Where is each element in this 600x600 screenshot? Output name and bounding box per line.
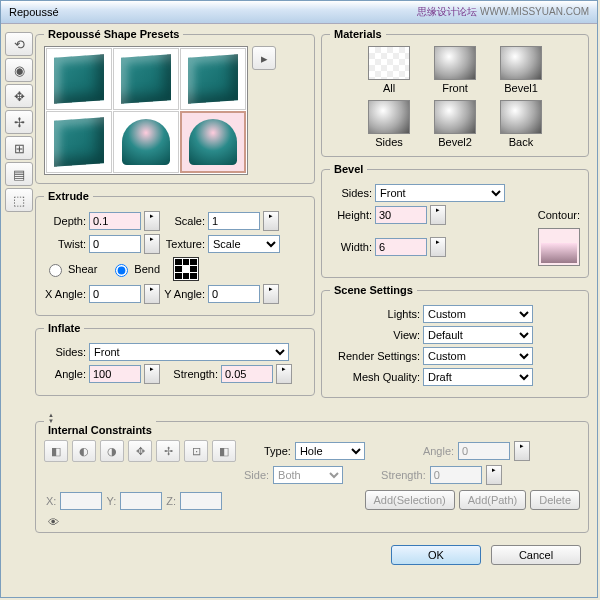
- bevel-sides-select[interactable]: Front: [375, 184, 505, 202]
- ic-tool-4[interactable]: ✥: [128, 440, 152, 462]
- depth-spinner[interactable]: ▸: [144, 211, 160, 231]
- bevel-height-spinner[interactable]: ▸: [430, 205, 446, 225]
- preset-6[interactable]: [180, 111, 246, 173]
- ic-tool-6[interactable]: ⊡: [184, 440, 208, 462]
- ic-tool-5[interactable]: ✢: [156, 440, 180, 462]
- ic-tool-3[interactable]: ◑: [100, 440, 124, 462]
- origin-grid-icon[interactable]: [173, 257, 199, 281]
- inflate-angle-spinner[interactable]: ▸: [144, 364, 160, 384]
- preset-4[interactable]: [46, 111, 112, 173]
- yangle-input[interactable]: [208, 285, 260, 303]
- ic-z: [180, 492, 222, 510]
- scale-spinner[interactable]: ▸: [263, 211, 279, 231]
- bend-radio[interactable]: Bend: [110, 261, 160, 277]
- scene-settings-group: Scene Settings Lights:Custom View:Defaul…: [321, 284, 589, 398]
- bevel-width-spinner[interactable]: ▸: [430, 237, 446, 257]
- material-front[interactable]: Front: [427, 46, 483, 94]
- bevel-group: Bevel Sides: Front Height: ▸ Contour:: [321, 163, 589, 278]
- yangle-spinner[interactable]: ▸: [263, 284, 279, 304]
- left-toolbar: ⟲ ◉ ✥ ✢ ⊞ ▤ ⬚: [5, 28, 35, 596]
- measure-icon[interactable]: ▤: [5, 162, 33, 186]
- ic-tool-2[interactable]: ◐: [72, 440, 96, 462]
- preset-2[interactable]: [113, 48, 179, 110]
- material-bevel2[interactable]: Bevel2: [427, 100, 483, 148]
- internal-constraints-group: ▲▼ Internal Constraints ◧ ◐ ◑ ✥ ✢ ⊡ ◧ Ty…: [35, 406, 589, 533]
- preset-1[interactable]: [46, 48, 112, 110]
- repousse-dialog: Repoussé 思缘设计论坛 WWW.MISSYUAN.COM ⟲ ◉ ✥ ✢…: [0, 0, 598, 598]
- ic-y: [120, 492, 162, 510]
- bevel-width-input[interactable]: [375, 238, 427, 256]
- pan-icon[interactable]: ✥: [5, 84, 33, 108]
- render-select[interactable]: Custom: [423, 347, 533, 365]
- ic-side-select: Both: [273, 466, 343, 484]
- cancel-button[interactable]: Cancel: [491, 545, 581, 565]
- contour-picker[interactable]: [538, 228, 580, 266]
- xangle-spinner[interactable]: ▸: [144, 284, 160, 304]
- cube-icon[interactable]: ⬚: [5, 188, 33, 212]
- ic-x: [60, 492, 102, 510]
- inflate-sides-select[interactable]: Front: [89, 343, 289, 361]
- bevel-height-input[interactable]: [375, 206, 427, 224]
- inflate-strength-spinner[interactable]: ▸: [276, 364, 292, 384]
- ic-angle-input: [458, 442, 510, 460]
- shape-presets-group: Repoussé Shape Presets ▸: [35, 28, 315, 184]
- lights-select[interactable]: Custom: [423, 305, 533, 323]
- ok-button[interactable]: OK: [391, 545, 481, 565]
- ic-tool-7[interactable]: ◧: [212, 440, 236, 462]
- titlebar[interactable]: Repoussé 思缘设计论坛 WWW.MISSYUAN.COM: [1, 1, 597, 24]
- material-bevel1[interactable]: Bevel1: [493, 46, 549, 94]
- move-3d-icon[interactable]: ✢: [5, 110, 33, 134]
- add-selection-button[interactable]: Add(Selection): [365, 490, 455, 510]
- depth-input[interactable]: [89, 212, 141, 230]
- ic-strength-input: [430, 466, 482, 484]
- eye-icon[interactable]: 👁: [48, 516, 580, 528]
- shear-radio[interactable]: Shear: [44, 261, 97, 277]
- twist-input[interactable]: [89, 235, 141, 253]
- view-select[interactable]: Default: [423, 326, 533, 344]
- inflate-angle-input[interactable]: [89, 365, 141, 383]
- ic-type-select[interactable]: Hole: [295, 442, 365, 460]
- preset-flyout-icon[interactable]: ▸: [252, 46, 276, 70]
- scale-input[interactable]: [208, 212, 260, 230]
- inflate-group: Inflate Sides: Front Angle: ▸ Strength: …: [35, 322, 315, 396]
- add-path-button[interactable]: Add(Path): [459, 490, 527, 510]
- xangle-input[interactable]: [89, 285, 141, 303]
- inflate-strength-input[interactable]: [221, 365, 273, 383]
- extrude-group: Extrude Depth: ▸ Scale: ▸ Twist:: [35, 190, 315, 316]
- preset-grid: [44, 46, 248, 175]
- texture-select[interactable]: Scale: [208, 235, 280, 253]
- rotate-icon[interactable]: ⟲: [5, 32, 33, 56]
- window-title: Repoussé: [9, 6, 59, 18]
- material-all[interactable]: All: [361, 46, 417, 94]
- material-sides[interactable]: Sides: [361, 100, 417, 148]
- preset-5[interactable]: [113, 111, 179, 173]
- scale-3d-icon[interactable]: ⊞: [5, 136, 33, 160]
- preset-3[interactable]: [180, 48, 246, 110]
- material-back[interactable]: Back: [493, 100, 549, 148]
- materials-group: Materials All Front Bevel1 Sides Bevel2 …: [321, 28, 589, 157]
- twist-spinner[interactable]: ▸: [144, 234, 160, 254]
- orbit-icon[interactable]: ◉: [5, 58, 33, 82]
- mesh-select[interactable]: Draft: [423, 368, 533, 386]
- delete-button[interactable]: Delete: [530, 490, 580, 510]
- ic-tool-1[interactable]: ◧: [44, 440, 68, 462]
